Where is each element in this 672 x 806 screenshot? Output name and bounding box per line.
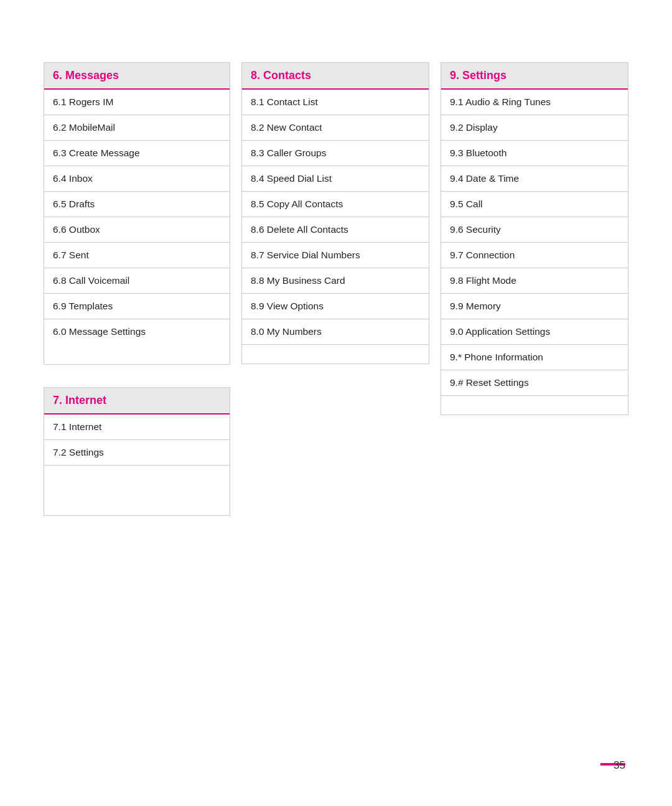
- list-item: 9.1 Audio & Ring Tunes: [441, 90, 628, 115]
- list-item: 6.1 Rogers IM: [44, 90, 230, 115]
- list-item: 6.5 Drafts: [44, 192, 230, 217]
- list-item: 8.7 Service Dial Numbers: [242, 243, 429, 268]
- list-item: 9.3 Bluetooth: [441, 141, 628, 166]
- contacts-header: 8. Contacts: [242, 63, 429, 90]
- list-item: 9.6 Security: [441, 217, 628, 243]
- list-item: 8.6 Delete All Contacts: [242, 217, 429, 243]
- column-3: 9. Settings 9.1 Audio & Ring Tunes 9.2 D…: [441, 62, 628, 415]
- list-item: 6.6 Outbox: [44, 217, 230, 243]
- page-container: 6. Messages 6.1 Rogers IM 6.2 MobileMail…: [0, 0, 672, 566]
- list-item: 6.9 Templates: [44, 294, 230, 319]
- list-item: 8.5 Copy All Contacts: [242, 192, 429, 217]
- columns-wrapper: 6. Messages 6.1 Rogers IM 6.2 MobileMail…: [44, 62, 628, 516]
- list-item: 6.4 Inbox: [44, 166, 230, 192]
- list-item: 8.4 Speed Dial List: [242, 166, 429, 192]
- list-item: 7.1 Internet: [44, 415, 230, 440]
- list-item: 9.9 Memory: [441, 294, 628, 319]
- list-item: 6.2 MobileMail: [44, 115, 230, 141]
- page-number: 35: [614, 759, 625, 772]
- messages-section: 6. Messages 6.1 Rogers IM 6.2 MobileMail…: [44, 62, 230, 365]
- list-item: 8.3 Caller Groups: [242, 141, 429, 166]
- list-item: 9.0 Application Settings: [441, 319, 628, 345]
- list-item: 9.# Reset Settings: [441, 370, 628, 396]
- list-item: 8.1 Contact List: [242, 90, 429, 115]
- list-item: 9.7 Connection: [441, 243, 628, 268]
- list-item: 9.* Phone Information: [441, 345, 628, 370]
- list-item: 6.3 Create Message: [44, 141, 230, 166]
- list-item: 8.2 New Contact: [242, 115, 429, 141]
- internet-header: 7. Internet: [44, 388, 230, 415]
- internet-section: 7. Internet 7.1 Internet 7.2 Settings: [44, 387, 230, 516]
- messages-header: 6. Messages: [44, 63, 230, 90]
- list-item: 6.7 Sent: [44, 243, 230, 268]
- list-item: 8.0 My Numbers: [242, 319, 429, 345]
- list-item: 9.2 Display: [441, 115, 628, 141]
- list-item: 9.5 Call: [441, 192, 628, 217]
- list-item: 6.0 Message Settings: [44, 319, 230, 344]
- list-item: 7.2 Settings: [44, 440, 230, 466]
- settings-header: 9. Settings: [441, 63, 628, 90]
- list-item: 8.9 View Options: [242, 294, 429, 319]
- list-item: 9.8 Flight Mode: [441, 268, 628, 294]
- list-item: 6.8 Call Voicemail: [44, 268, 230, 294]
- column-2: 8. Contacts 8.1 Contact List 8.2 New Con…: [241, 62, 429, 364]
- column-1: 6. Messages 6.1 Rogers IM 6.2 MobileMail…: [44, 62, 230, 516]
- list-item: 8.8 My Business Card: [242, 268, 429, 294]
- list-item: 9.4 Date & Time: [441, 166, 628, 192]
